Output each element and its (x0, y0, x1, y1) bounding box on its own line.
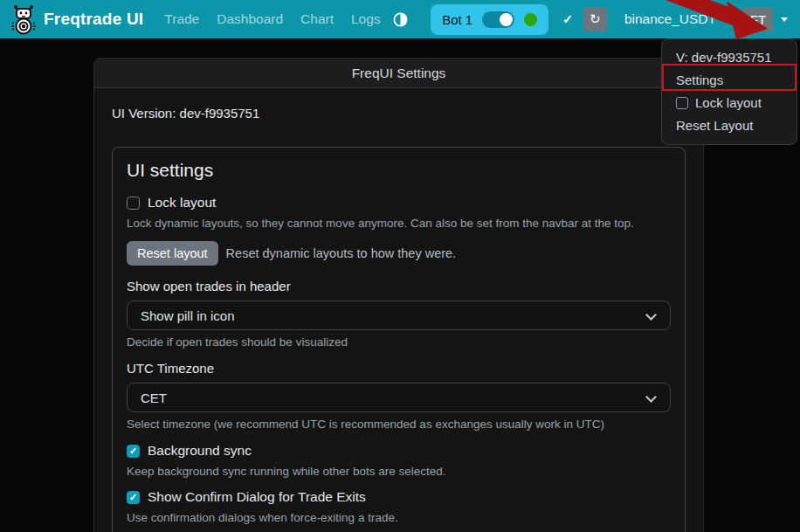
brand[interactable]: Freqtrade UI (10, 3, 143, 35)
navbar-right: Bot 1 ✓ ↻ binance_USDT FT (431, 4, 791, 35)
reset-layout-row: Reset layout Reset dynamic layouts to ho… (127, 241, 671, 266)
background-sync-checkbox[interactable]: ✓ (127, 445, 140, 458)
brand-title: Freqtrade UI (44, 10, 143, 29)
user-menu-caret-down-icon (781, 17, 788, 22)
lock-layout-description: Lock dynamic layouts, so they cannot mov… (127, 217, 671, 230)
checkmark-icon: ✓ (129, 446, 137, 456)
lock-layout-menu-checkbox[interactable] (676, 97, 688, 109)
background-sync-row: ✓ Background sync (127, 443, 671, 459)
background-sync-description: Keep background sync running while other… (127, 465, 671, 478)
ui-version-text: UI Version: dev-f9935751 (112, 106, 686, 121)
user-dropdown-menu: V: dev-f9935751 Settings Lock layout Res… (661, 38, 797, 145)
navbar: Freqtrade UI Trade Dashboard Chart Logs … (0, 0, 800, 38)
lock-layout-label: Lock layout (148, 195, 216, 211)
settings-card-header: FreqUI Settings (94, 59, 703, 88)
settings-card-title: FreqUI Settings (352, 66, 446, 81)
login-caret-down-icon (721, 17, 727, 21)
ui-settings-section: UI settings Lock layout Lock dynamic lay… (112, 147, 686, 532)
confirm-dialog-row: ✓ Show Confirm Dialog for Trade Exits (127, 489, 671, 505)
bot-selector-pill[interactable]: Bot 1 (431, 4, 548, 35)
open-trades-description: Decide if open trades should be visualiz… (127, 335, 671, 349)
nav-link-dashboard[interactable]: Dashboard (208, 11, 292, 27)
menu-item-lock-layout[interactable]: Lock layout (662, 92, 797, 114)
chevron-down-icon (645, 309, 657, 321)
nav-link-logs[interactable]: Logs (342, 11, 390, 27)
reset-layout-description: Reset dynamic layouts to how they were. (226, 246, 457, 260)
nav-link-trade[interactable]: Trade (155, 11, 208, 27)
bot-enable-toggle[interactable] (482, 11, 514, 28)
reset-layout-button[interactable]: Reset layout (127, 241, 218, 266)
user-avatar-button[interactable]: FT (743, 7, 773, 31)
chevron-down-icon (645, 391, 657, 403)
settings-card: FreqUI Settings UI Version: dev-f9935751… (93, 58, 704, 532)
bot-connected-check-icon: ✓ (562, 12, 573, 26)
bot-name-label: Bot 1 (442, 12, 472, 27)
lock-layout-row: Lock layout (127, 195, 671, 211)
refresh-button[interactable]: ↻ (583, 7, 607, 31)
menu-item-settings[interactable]: Settings (662, 69, 797, 92)
menu-item-version: V: dev-f9935751 (662, 46, 797, 69)
login-bot-name[interactable]: binance_USDT (624, 11, 716, 27)
open-trades-selected-value: Show pill in icon (141, 308, 235, 323)
bot-online-dot (524, 13, 537, 26)
checkmark-icon: ✓ (129, 493, 137, 502)
theme-toggle-icon[interactable] (393, 12, 408, 27)
settings-card-body: UI Version: dev-f9935751 UI settings Loc… (94, 88, 703, 532)
background-sync-label: Background sync (148, 443, 252, 459)
freqtrade-ui-screen: Freqtrade UI Trade Dashboard Chart Logs … (0, 0, 800, 532)
menu-item-reset-layout[interactable]: Reset Layout (662, 114, 797, 137)
open-trades-select[interactable]: Show pill in icon (127, 301, 671, 330)
nav-link-chart[interactable]: Chart (292, 11, 342, 27)
confirm-dialog-description: Use confirmation dialogs when force-exit… (127, 511, 671, 524)
nav-links: Trade Dashboard Chart Logs (155, 11, 389, 27)
open-trades-label: Show open trades in header (127, 279, 671, 294)
refresh-icon: ↻ (590, 11, 601, 27)
timezone-description: Select timezone (we recommend UTC is rec… (127, 418, 671, 431)
lock-layout-menu-label: Lock layout (695, 92, 762, 114)
timezone-selected-value: CET (141, 390, 167, 405)
confirm-dialog-label: Show Confirm Dialog for Trade Exits (148, 489, 366, 505)
freqtrade-robot-logo-icon (10, 3, 37, 35)
timezone-label: UTC Timezone (127, 361, 671, 376)
ui-settings-title: UI settings (127, 160, 671, 181)
lock-layout-checkbox[interactable] (127, 197, 140, 210)
timezone-select[interactable]: CET (127, 383, 671, 412)
confirm-dialog-checkbox[interactable]: ✓ (127, 491, 140, 504)
